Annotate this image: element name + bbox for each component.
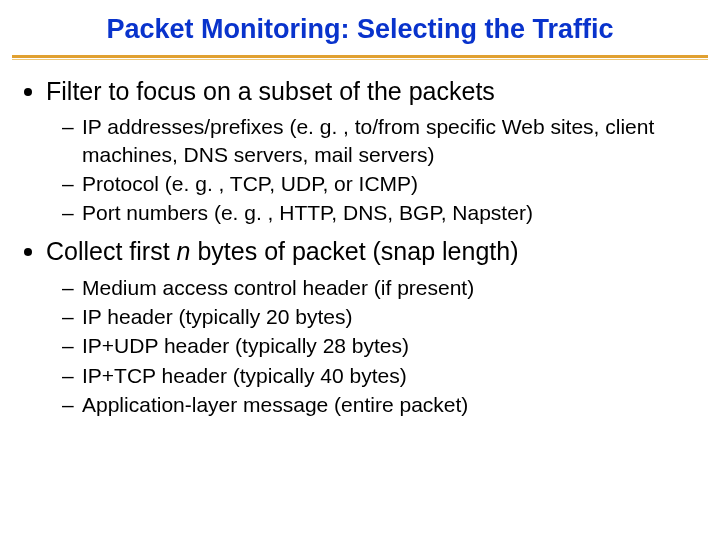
sub-list: – Medium access control header (if prese… — [62, 274, 698, 418]
list-item: – IP+TCP header (typically 40 bytes) — [62, 362, 698, 389]
slide-content: Filter to focus on a subset of the packe… — [22, 76, 698, 418]
sub-bullet-text: IP+TCP header (typically 40 bytes) — [82, 362, 407, 389]
bullet-icon — [24, 248, 32, 256]
list-item: – Port numbers (e. g. , HTTP, DNS, BGP, … — [62, 199, 698, 226]
list-item: – IP+UDP header (typically 28 bytes) — [62, 332, 698, 359]
list-item: – Medium access control header (if prese… — [62, 274, 698, 301]
sub-bullet-text: Port numbers (e. g. , HTTP, DNS, BGP, Na… — [82, 199, 533, 226]
bullet-text-italic: n — [177, 237, 191, 265]
sub-list: – IP addresses/prefixes (e. g. , to/from… — [62, 113, 698, 226]
list-item: – IP addresses/prefixes (e. g. , to/from… — [62, 113, 698, 168]
bullet-text: bytes of packet (snap length) — [191, 237, 519, 265]
dash-icon: – — [62, 274, 74, 301]
bullet-text: Filter to focus on a subset of the packe… — [46, 77, 495, 105]
list-item: Filter to focus on a subset of the packe… — [24, 76, 698, 107]
bullet-icon — [24, 88, 32, 96]
list-item: – IP header (typically 20 bytes) — [62, 303, 698, 330]
dash-icon: – — [62, 113, 74, 140]
dash-icon: – — [62, 332, 74, 359]
dash-icon: – — [62, 170, 74, 197]
list-item: – Application-layer message (entire pack… — [62, 391, 698, 418]
dash-icon: – — [62, 362, 74, 389]
sub-bullet-text: IP addresses/prefixes (e. g. , to/from s… — [82, 113, 698, 168]
sub-bullet-text: Protocol (e. g. , TCP, UDP, or ICMP) — [82, 170, 418, 197]
sub-bullet-text: IP header (typically 20 bytes) — [82, 303, 352, 330]
dash-icon: – — [62, 199, 74, 226]
title-underline — [12, 55, 708, 60]
dash-icon: – — [62, 391, 74, 418]
sub-bullet-text: Application-layer message (entire packet… — [82, 391, 468, 418]
dash-icon: – — [62, 303, 74, 330]
sub-bullet-text: Medium access control header (if present… — [82, 274, 474, 301]
bullet-text: Collect first — [46, 237, 177, 265]
sub-bullet-text: IP+UDP header (typically 28 bytes) — [82, 332, 409, 359]
slide-title: Packet Monitoring: Selecting the Traffic — [22, 10, 698, 53]
list-item: – Protocol (e. g. , TCP, UDP, or ICMP) — [62, 170, 698, 197]
list-item: Collect first n bytes of packet (snap le… — [24, 236, 698, 267]
